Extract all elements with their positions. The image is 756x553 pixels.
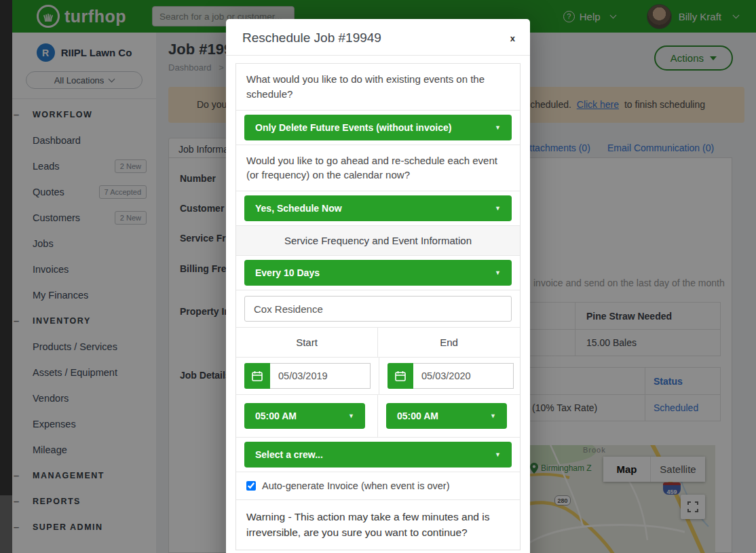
end-header: End [378, 328, 520, 357]
time-row: 05:00 AM 05:00 AM [236, 394, 520, 437]
start-date-cell [236, 358, 379, 394]
job-name-input[interactable] [244, 296, 512, 322]
calendar-icon [394, 370, 407, 382]
section-header: Service Frequency and Event Information [236, 225, 520, 255]
frequency-row: Every 10 Days [236, 255, 520, 290]
existing-events-question: What would you like to do with existing … [236, 64, 520, 110]
start-time-select[interactable]: 05:00 AM [244, 403, 365, 429]
warning-text: Warning - This action may take a few min… [236, 499, 520, 550]
end-date-picker-button[interactable] [388, 363, 413, 389]
start-header: Start [236, 328, 378, 357]
frequency-select[interactable]: Every 10 Days [244, 260, 512, 286]
close-icon[interactable]: x [510, 34, 515, 43]
auto-invoice-checkbox[interactable] [246, 481, 256, 491]
auto-invoice-row: Auto-generate Invoice (when event is ove… [236, 472, 520, 499]
reschedule-form: What would you like to do with existing … [235, 63, 521, 550]
end-time-select[interactable]: 05:00 AM [386, 403, 507, 429]
start-end-header-row: Start End [236, 327, 520, 357]
date-row [236, 357, 520, 394]
modal-body: What would you like to do with existing … [226, 56, 530, 553]
reschedule-question: Would you like to go ahead and re-schedu… [236, 145, 520, 191]
start-date-picker-button[interactable] [244, 363, 270, 389]
auto-invoice-label: Auto-generate Invoice (when event is ove… [262, 480, 449, 491]
modal-title: Reschedule Job #19949 [242, 31, 514, 45]
schedule-now-select[interactable]: Yes, Schedule Now [244, 195, 512, 221]
start-date-input[interactable] [270, 363, 371, 389]
calendar-icon [251, 370, 263, 382]
existing-events-select[interactable]: Only Delete Future Events (without invoi… [244, 115, 512, 140]
start-time-cell: 05:00 AM [236, 395, 378, 437]
modal-header: Reschedule Job #19949 x [226, 19, 530, 56]
end-date-cell [379, 358, 522, 394]
schedule-now-row: Yes, Schedule Now [236, 191, 520, 225]
reschedule-modal: Reschedule Job #19949 x What would you l… [226, 19, 530, 553]
end-date-input[interactable] [413, 363, 514, 389]
crew-row: Select a crew... [236, 437, 520, 472]
end-time-cell: 05:00 AM [378, 395, 520, 437]
crew-select[interactable]: Select a crew... [244, 442, 512, 468]
existing-events-row: Only Delete Future Events (without invoi… [236, 110, 520, 145]
job-name-row [236, 290, 520, 327]
